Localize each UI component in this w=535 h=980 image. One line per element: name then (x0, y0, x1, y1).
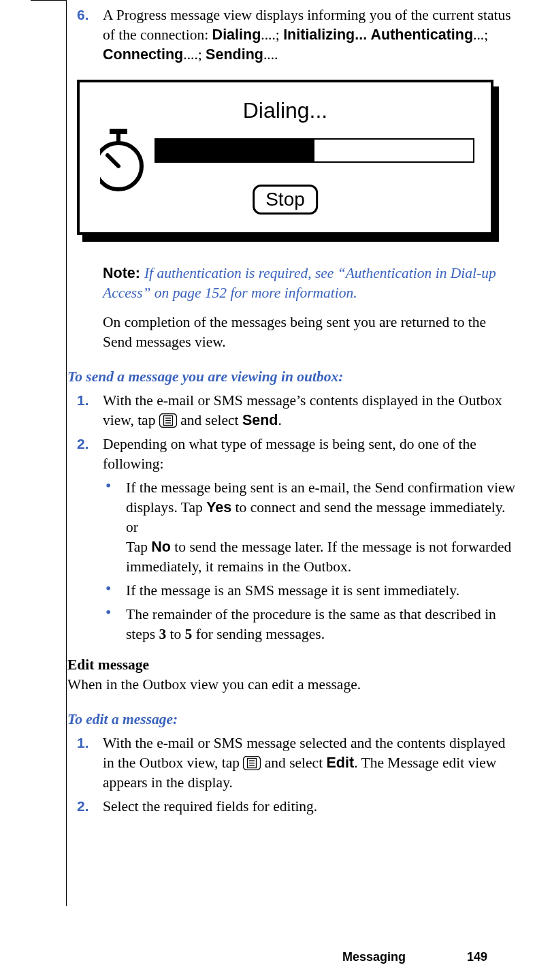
post-note-paragraph: On completion of the messages being sent… (77, 313, 521, 352)
bullet-1-or: or (126, 518, 521, 537)
svg-rect-0 (110, 129, 127, 134)
dialog-title: Dialing... (243, 96, 328, 125)
svg-point-2 (100, 143, 142, 189)
edit-heading: To edit a message: (67, 710, 521, 729)
note-label: Note: (103, 265, 144, 281)
edit-step-2-text: Select the required fields for editing. (103, 798, 317, 815)
menu-icon (243, 756, 261, 770)
edit-step-1: 1. With the e-mail or SMS message select… (77, 733, 521, 793)
progress-bar (155, 138, 474, 163)
page-footer: Messaging 149 (0, 939, 535, 980)
edit-step-1-text: With the e-mail or SMS message selected … (103, 735, 505, 791)
bullet-2: If the message is an SMS message it is s… (77, 581, 521, 601)
send-step-1: 1. With the e-mail or SMS message’s cont… (77, 391, 521, 430)
progress-bar-fill (156, 140, 314, 161)
edit-step-number-2: 2. (77, 797, 89, 816)
send-step-1-text: With the e-mail or SMS message’s content… (103, 392, 502, 428)
svg-line-3 (108, 155, 118, 166)
page: 6. A Progress message view displays info… (0, 0, 535, 980)
menu-icon (159, 413, 177, 428)
margin-rule-vertical (66, 0, 67, 906)
step-6: 6. A Progress message view displays info… (77, 5, 521, 65)
send-step-2-text: Depending on what type of message is bei… (103, 436, 476, 472)
bullet-1: If the message being sent is an e-mail, … (77, 478, 521, 577)
send-step-2: 2. Depending on what type of message is … (77, 434, 521, 474)
footer-page-number: 149 (467, 949, 487, 965)
margin-rule-horizontal (31, 0, 67, 1)
stopwatch-icon (100, 129, 144, 194)
dialog-frame: Dialing... Stop (77, 80, 493, 235)
send-bullet-list: If the message being sent is an e-mail, … (77, 478, 521, 644)
step-6-text: A Progress message view displays informi… (103, 7, 511, 63)
edit-message-body: When in the Outbox view you can edit a m… (67, 675, 521, 695)
progress-dialog-figure: Dialing... Stop (77, 80, 499, 243)
edit-step-number-1: 1. (77, 733, 89, 753)
note-block: Note: If authentication is required, see… (77, 264, 521, 303)
edit-steps-list: 1. With the e-mail or SMS message select… (77, 733, 521, 817)
step-number-2: 2. (77, 434, 89, 454)
content-area: 6. A Progress message view displays info… (77, 5, 521, 817)
step-number-1: 1. (77, 391, 89, 410)
edit-step-2: 2. Select the required fields for editin… (77, 797, 521, 817)
stop-button[interactable]: Stop (253, 185, 318, 215)
footer-chapter: Messaging (342, 949, 406, 965)
bullet-3: The remainder of the procedure is the sa… (77, 605, 521, 644)
step-number-6: 6. (77, 5, 89, 25)
note-body: If authentication is required, see “Auth… (103, 265, 496, 301)
send-outbox-heading: To send a message you are viewing in out… (67, 367, 521, 387)
edit-message-header: Edit message (67, 655, 521, 675)
send-steps-list: 1. With the e-mail or SMS message’s cont… (77, 391, 521, 644)
